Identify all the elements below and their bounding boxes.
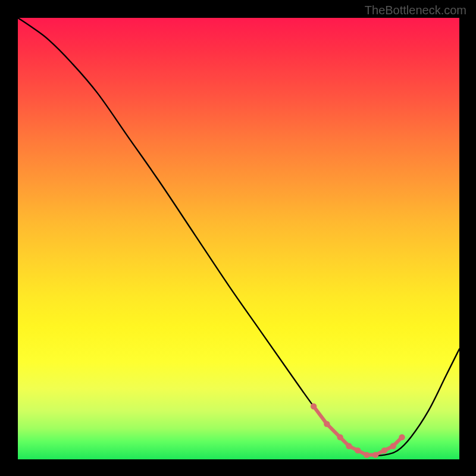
watermark-text: TheBottleneck.com [365, 4, 466, 17]
bottleneck-chart [18, 18, 459, 459]
chart-gradient-background [18, 18, 459, 459]
